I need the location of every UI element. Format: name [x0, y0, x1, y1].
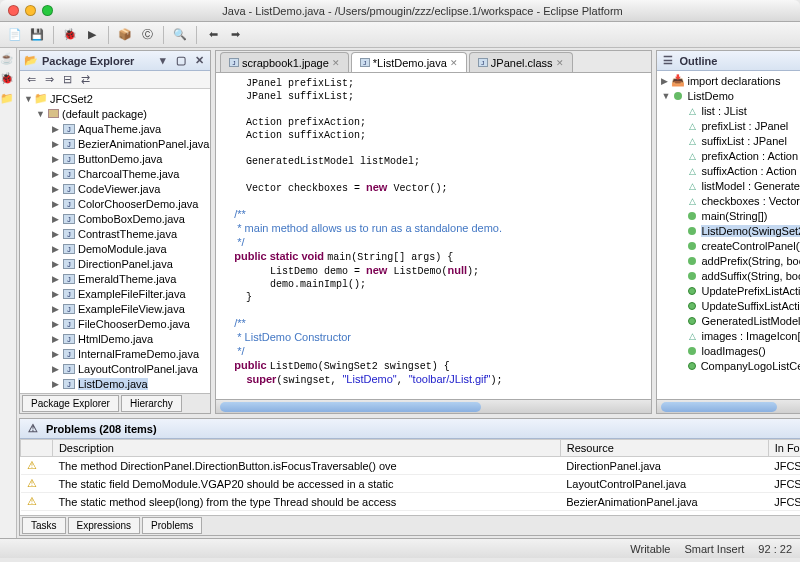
close-tab-icon[interactable]: ✕: [332, 58, 340, 68]
run-icon[interactable]: ▶: [83, 26, 101, 44]
file-node[interactable]: ▶JDemoModule.java: [20, 241, 210, 256]
package-node[interactable]: ▼(default package): [20, 106, 210, 121]
new-class-icon[interactable]: Ⓒ: [138, 26, 156, 44]
file-node[interactable]: ▶JLayoutControlPanel.java: [20, 361, 210, 376]
outline-item[interactable]: △list : JList: [657, 103, 800, 118]
file-node[interactable]: ▶JContrastTheme.java: [20, 226, 210, 241]
close-view-icon[interactable]: ✕: [192, 54, 206, 68]
outline-item[interactable]: addSuffix(String, boolean): [657, 268, 800, 283]
outline-pane: ☰ Outline ↕ ⚙ ✕ ▶📥import declarations▼Li…: [656, 50, 800, 414]
column-header[interactable]: In Folder: [768, 440, 800, 457]
new-wizard-icon[interactable]: 📄: [6, 26, 24, 44]
column-header[interactable]: Description: [52, 440, 560, 457]
open-type-icon[interactable]: 🔍: [171, 26, 189, 44]
status-writable: Writable: [630, 543, 670, 555]
minimize-window-button[interactable]: [25, 5, 36, 16]
outline-item[interactable]: addPrefix(String, boolean): [657, 253, 800, 268]
outline-item[interactable]: △prefixAction : Action: [657, 148, 800, 163]
file-node[interactable]: ▶JListDemo.java: [20, 376, 210, 391]
outline-item[interactable]: CompanyLogoListCellRendere: [657, 358, 800, 373]
status-insert-mode: Smart Insert: [684, 543, 744, 555]
editor-horizontal-scrollbar[interactable]: [216, 399, 651, 413]
problem-row[interactable]: ⚠The method DirectionPanel.DirectionButt…: [21, 457, 801, 475]
editor-body[interactable]: JPanel prefixList; JPanel suffixList; Ac…: [216, 73, 651, 399]
resource-perspective-icon[interactable]: 📁: [0, 92, 16, 108]
package-explorer-pane: 📂 Package Explorer ▾ ▢ ✕ ⇐ ⇒ ⊟ ⇄ ▼📁JFCSe…: [19, 50, 211, 414]
file-node[interactable]: ▶JHtmlDemo.java: [20, 331, 210, 346]
file-node[interactable]: ▶JBezierAnimationPanel.java: [20, 136, 210, 151]
window-title: Java - ListDemo.java - /Users/pmougin/zz…: [53, 5, 792, 17]
warning-icon: ⚠: [27, 495, 37, 507]
column-header[interactable]: Resource: [560, 440, 768, 457]
tab-problems[interactable]: Problems: [142, 517, 202, 534]
window-controls: [8, 5, 53, 16]
outline-item[interactable]: △listModel : GeneratedListMod: [657, 178, 800, 193]
forward-icon[interactable]: ➡: [226, 26, 244, 44]
close-tab-icon[interactable]: ✕: [556, 58, 564, 68]
outline-item[interactable]: △suffixList : JPanel: [657, 133, 800, 148]
tab-tasks[interactable]: Tasks: [22, 517, 66, 534]
collapse-all-icon[interactable]: ⊟: [60, 73, 74, 87]
minimize-view-icon[interactable]: ▢: [174, 54, 188, 68]
outline-item[interactable]: UpdateSuffixListAction: [657, 298, 800, 313]
tab-expressions[interactable]: Expressions: [68, 517, 140, 534]
file-node[interactable]: ▶JAquaTheme.java: [20, 121, 210, 136]
save-icon[interactable]: 💾: [28, 26, 46, 44]
perspective-switcher: ☕ 🐞 📁: [0, 48, 17, 538]
file-node[interactable]: ▶JButtonDemo.java: [20, 151, 210, 166]
file-node[interactable]: ▶JColorChooserDemo.java: [20, 196, 210, 211]
outline-item[interactable]: GeneratedListModel: [657, 313, 800, 328]
tab-hierarchy[interactable]: Hierarchy: [121, 395, 182, 412]
outline-item[interactable]: createControlPanel(): [657, 238, 800, 253]
editor-tab[interactable]: J*ListDemo.java✕: [351, 52, 467, 72]
outline-horizontal-scrollbar[interactable]: [657, 399, 800, 413]
outline-item[interactable]: ListDemo(SwingSet2): [657, 223, 800, 238]
file-node[interactable]: ▶JFileChooserDemo.java: [20, 316, 210, 331]
view-menu-icon[interactable]: ▾: [156, 54, 170, 68]
outline-item[interactable]: △suffixAction : Action: [657, 163, 800, 178]
forward-nav-icon[interactable]: ⇒: [42, 73, 56, 87]
column-header[interactable]: [21, 440, 53, 457]
file-node[interactable]: ▶JEmeraldTheme.java: [20, 271, 210, 286]
outline-item[interactable]: main(String[]): [657, 208, 800, 223]
outline-item[interactable]: △images : ImageIcon[]: [657, 328, 800, 343]
problem-row[interactable]: ⚠The static field DemoModule.VGAP20 shou…: [21, 475, 801, 493]
debug-icon[interactable]: 🐞: [61, 26, 79, 44]
close-window-button[interactable]: [8, 5, 19, 16]
editor-tab[interactable]: Jscrapbook1.jpage✕: [220, 52, 349, 72]
file-node[interactable]: ▶JComboBoxDemo.java: [20, 211, 210, 226]
editor-tab[interactable]: JJPanel.class✕: [469, 52, 573, 72]
outline-icon: ☰: [661, 54, 675, 68]
outline-item[interactable]: loadImages(): [657, 343, 800, 358]
problems-table[interactable]: DescriptionResourceIn Folder⚠The method …: [20, 439, 800, 515]
close-tab-icon[interactable]: ✕: [450, 58, 458, 68]
outline-item[interactable]: △prefixList : JPanel: [657, 118, 800, 133]
outline-item[interactable]: UpdatePrefixListAction: [657, 283, 800, 298]
package-tree[interactable]: ▼📁JFCSet2 ▼(default package)▶JAquaTheme.…: [20, 89, 210, 393]
zoom-window-button[interactable]: [42, 5, 53, 16]
file-node[interactable]: ▶JDirectionPanel.java: [20, 256, 210, 271]
file-node[interactable]: ▶JCharcoalTheme.java: [20, 166, 210, 181]
file-node[interactable]: ▶JCodeViewer.java: [20, 181, 210, 196]
debug-perspective-icon[interactable]: 🐞: [0, 72, 16, 88]
problems-bottom-tabs: TasksExpressionsProblems: [20, 515, 800, 535]
java-perspective-icon[interactable]: ☕: [0, 52, 16, 68]
file-node[interactable]: ▶JInternalFrameDemo.java: [20, 346, 210, 361]
tab-package-explorer[interactable]: Package Explorer: [22, 395, 119, 412]
link-editor-icon[interactable]: ⇄: [78, 73, 92, 87]
problem-row[interactable]: ⚠The static method sleep(long) from the …: [21, 493, 801, 511]
file-node[interactable]: ▶JExampleFileView.java: [20, 301, 210, 316]
project-node[interactable]: ▼📁JFCSet2: [20, 91, 210, 106]
warning-icon: ⚠: [27, 459, 37, 471]
status-cursor-position: 92 : 22: [758, 543, 792, 555]
back-icon[interactable]: ⬅: [204, 26, 222, 44]
file-node[interactable]: ▶JExampleFileFilter.java: [20, 286, 210, 301]
outline-item[interactable]: ▼ListDemo: [657, 88, 800, 103]
new-package-icon[interactable]: 📦: [116, 26, 134, 44]
package-explorer-toolbar: ⇐ ⇒ ⊟ ⇄: [20, 71, 210, 89]
outline-item[interactable]: △checkboxes : Vector: [657, 193, 800, 208]
outline-item[interactable]: ▶📥import declarations: [657, 73, 800, 88]
outline-tree[interactable]: ▶📥import declarations▼ListDemo△list : JL…: [657, 71, 800, 399]
sort-icon[interactable]: ↕: [796, 54, 800, 68]
back-nav-icon[interactable]: ⇐: [24, 73, 38, 87]
